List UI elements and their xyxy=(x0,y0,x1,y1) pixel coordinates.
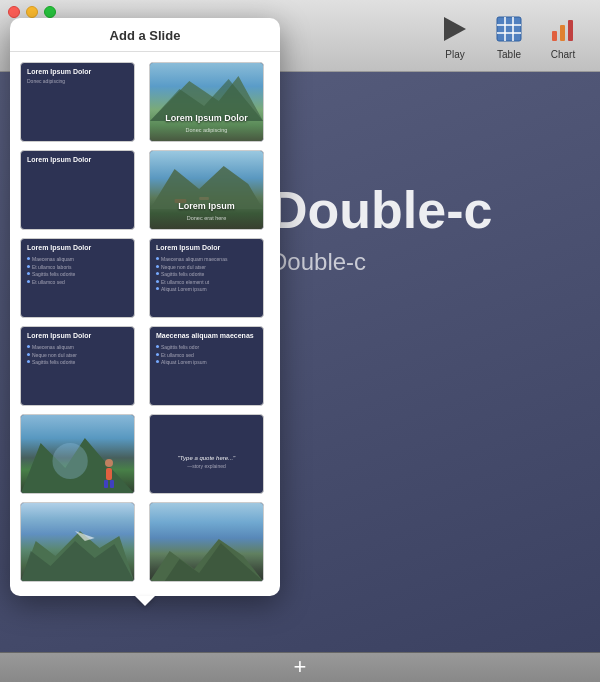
slide-1-title: Lorem Ipsum Dolor xyxy=(27,68,128,76)
svg-rect-12 xyxy=(199,197,209,200)
slide-template-12[interactable] xyxy=(149,502,264,582)
slide-template-7[interactable]: Lorem Ipsum Dolor Maecenas aliquam Neque… xyxy=(20,326,135,406)
svg-rect-17 xyxy=(104,480,108,488)
slide-10-quote: "Type a quote here..." xyxy=(178,455,236,461)
add-slide-panel: Add a Slide Lorem Ipsum Dolor Donec adip… xyxy=(10,18,280,596)
table-icon xyxy=(493,13,525,45)
slide-5-title: Lorem Ipsum Dolor xyxy=(27,244,128,252)
play-button[interactable]: Play xyxy=(428,4,482,68)
slide-template-8[interactable]: Maecenas aliquam maecenas Sagittis felis… xyxy=(149,326,264,406)
chart-icon xyxy=(547,13,579,45)
chart-button[interactable]: Chart xyxy=(536,4,590,68)
slide-3-title: Lorem Ipsum Dolor xyxy=(27,156,128,164)
canvas-sub-text: Double-c xyxy=(270,248,492,276)
slide-template-10[interactable]: "Type a quote here..." —story explained xyxy=(149,414,264,494)
slide-template-2[interactable]: Lorem Ipsum Dolor Donec adipiscing xyxy=(149,62,264,142)
window-controls xyxy=(8,6,56,18)
play-icon xyxy=(439,13,471,45)
maximize-button[interactable] xyxy=(44,6,56,18)
slide-template-11[interactable] xyxy=(20,502,135,582)
plus-icon: + xyxy=(294,656,307,678)
slide-template-3[interactable]: Lorem Ipsum Dolor xyxy=(20,150,135,230)
chart-label: Chart xyxy=(551,49,575,60)
svg-rect-6 xyxy=(560,25,565,41)
slide-8-title: Maecenas aliquam maecenas xyxy=(156,332,257,340)
svg-rect-16 xyxy=(106,468,112,480)
slide-template-1[interactable]: Lorem Ipsum Dolor Donec adipiscing xyxy=(20,62,135,142)
svg-rect-18 xyxy=(110,480,114,488)
slide-2-title: Lorem Ipsum Dolor xyxy=(150,113,263,123)
slide-template-9[interactable] xyxy=(20,414,135,494)
svg-point-15 xyxy=(105,459,113,467)
slide-7-title: Lorem Ipsum Dolor xyxy=(27,332,128,340)
panel-arrow xyxy=(135,596,155,606)
slide-template-5[interactable]: Lorem Ipsum Dolor Maecenas aliquam Et ul… xyxy=(20,238,135,318)
close-button[interactable] xyxy=(8,6,20,18)
slide-1-sub: Donec adipiscing xyxy=(27,78,128,85)
table-label: Table xyxy=(497,49,521,60)
canvas-text-area: Double-c Double-c xyxy=(270,180,492,276)
slide-template-4[interactable]: Lorem Ipsum Donec erat here xyxy=(149,150,264,230)
bottom-bar: + xyxy=(0,652,600,682)
svg-rect-5 xyxy=(552,31,557,41)
slide-2-sub: Donec adipiscing xyxy=(150,127,263,133)
slide-template-6[interactable]: Lorem Ipsum Dolor Maecenas aliquam maece… xyxy=(149,238,264,318)
slide-4-title: Lorem Ipsum xyxy=(150,201,263,211)
slide-10-attr: —story explained xyxy=(187,463,226,469)
slide-6-title: Lorem Ipsum Dolor xyxy=(156,244,257,252)
play-label: Play xyxy=(445,49,464,60)
svg-point-14 xyxy=(52,443,87,479)
svg-rect-7 xyxy=(568,20,573,41)
table-button[interactable]: Table xyxy=(482,4,536,68)
svg-rect-0 xyxy=(497,17,521,41)
slide-panel-title: Add a Slide xyxy=(10,18,280,52)
add-slide-button[interactable]: + xyxy=(0,652,600,682)
canvas-main-text: Double-c xyxy=(270,180,492,240)
slide-4-sub: Donec erat here xyxy=(150,215,263,221)
minimize-button[interactable] xyxy=(26,6,38,18)
slides-grid: Lorem Ipsum Dolor Donec adipiscing Lorem… xyxy=(10,52,280,582)
